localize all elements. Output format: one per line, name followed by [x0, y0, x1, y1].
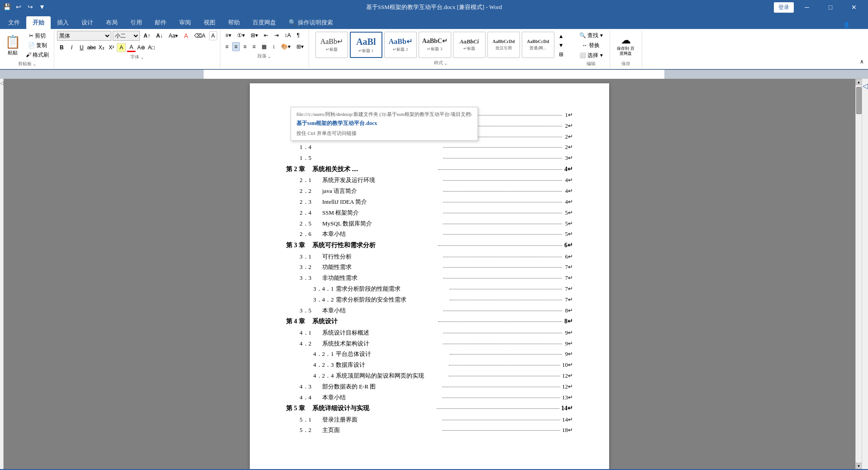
style-heading2[interactable]: AaBb↵ ↵标题 2 [384, 32, 417, 58]
sort-button[interactable]: ↕A [282, 31, 293, 40]
save-to-baidu-button[interactable]: ☁ 保存到 百度网盘 [613, 32, 639, 58]
toc-dots [443, 202, 562, 202]
styles-scroll-up[interactable]: ▲ [556, 32, 566, 41]
styles-scroll-down[interactable]: ▼ [556, 41, 566, 50]
bullet-list-button[interactable]: ≡▾ [223, 31, 234, 40]
find-button[interactable]: 🔍 查找 ▾ [575, 31, 607, 40]
toc-title: 系统详细设计与实现 [312, 403, 435, 413]
style-normal[interactable]: AaBb↵ ↵标题 [315, 32, 348, 58]
toc-entry-3-5: 3．5 本章小结 8↵ [286, 306, 573, 316]
toc-number: 3．1 [300, 252, 322, 262]
bold-button[interactable]: B [57, 43, 66, 52]
font-grow-button[interactable]: A↑ [141, 31, 153, 40]
expand-icon[interactable]: ⌄ [444, 61, 448, 66]
tab-layout[interactable]: 布局 [100, 16, 124, 29]
tab-references[interactable]: 引用 [124, 16, 148, 29]
minimize-button[interactable]: ─ [796, 0, 817, 14]
scrollbar-up-button[interactable]: ▲ [856, 79, 862, 85]
paste-button[interactable]: 📋 粘贴 [3, 31, 23, 59]
text-highlight-button[interactable]: A [117, 43, 126, 52]
style-normalweb[interactable]: AaBbCcDd 普通(网... [522, 32, 554, 58]
toc-page: 8↵ [564, 317, 573, 326]
cut-button[interactable]: ✂ 剪切 [24, 31, 51, 40]
close-button[interactable]: ✕ [844, 0, 864, 14]
style-heading1[interactable]: AaBl ↵标题 1 [350, 32, 382, 58]
superscript-button[interactable]: X² [107, 43, 116, 52]
align-right-button[interactable]: ≡ [241, 42, 249, 51]
tab-help[interactable]: 帮助 [222, 16, 246, 29]
increase-indent-button[interactable]: ⇥ [272, 31, 281, 40]
replace-button[interactable]: ↔ 替换 [575, 41, 607, 50]
toc-dots [443, 158, 562, 158]
expand-icon[interactable]: ⌄ [33, 62, 36, 67]
style-comment[interactable]: AaBbCcDd 批注引用 [487, 32, 520, 58]
change-case-button[interactable]: Aa▾ [167, 31, 181, 40]
tab-mailings[interactable]: 邮件 [148, 16, 173, 29]
style-heading3[interactable]: AaBbC↵ ↵标题 3 [419, 32, 451, 58]
expand-icon[interactable]: ⌄ [140, 55, 144, 60]
customize-qa-button[interactable]: ▼ [37, 2, 47, 12]
tooltip-filename[interactable]: 基于ssm框架的教学互动平台.docx [296, 120, 472, 127]
char-border-button[interactable]: A□ [147, 43, 156, 52]
restore-button[interactable]: □ [820, 0, 841, 14]
align-left-button[interactable]: ≡ [223, 42, 231, 51]
toc-title: 系统设计 [312, 317, 436, 326]
toc-title: 平台总体设计 [336, 350, 448, 359]
tab-home[interactable]: 开始 [26, 16, 51, 29]
font-shrink-button[interactable]: A↓ [154, 31, 165, 40]
clear-format-button[interactable]: ⌫A [192, 31, 208, 40]
style-subtitle[interactable]: AaBbCi ↵标题 [453, 32, 486, 58]
toc-title: 系统相关技术 .... [312, 164, 436, 174]
save-button[interactable]: 💾 [2, 2, 12, 12]
styles-expand[interactable]: ⊞ [556, 50, 566, 59]
show-marks-button[interactable]: ¶ [295, 31, 302, 40]
char-shading-button[interactable]: A⊕ [137, 43, 146, 52]
toc-entry-3-1: 3．1 可行性分析 6↵ [286, 252, 573, 262]
align-center-button[interactable]: ≡ [232, 42, 240, 51]
login-button[interactable]: 登录 [774, 2, 794, 13]
redo-button[interactable]: ↪ [25, 2, 35, 12]
shading-button[interactable]: 🎨▾ [279, 42, 293, 51]
toc-dots [443, 180, 562, 181]
font-size-selector[interactable]: 小二 [113, 31, 140, 41]
share-button[interactable]: 👤 共享 [843, 21, 863, 29]
multilevel-list-button[interactable]: ⊞▾ [248, 31, 260, 40]
document-area[interactable]: 1．1 课题背景 1↵ 1．2 国内外的发展现状 2↵ 1．3 [4, 79, 855, 469]
format-brush-button[interactable]: 🖌 格式刷 [24, 50, 51, 59]
tab-review[interactable]: 审阅 [173, 16, 197, 29]
justify-button[interactable]: ≡ [250, 42, 258, 51]
decrease-indent-button[interactable]: ⇤ [262, 31, 271, 40]
toc-page: 8↵ [564, 306, 573, 316]
toc-page: 2↵ [564, 121, 573, 131]
tab-design[interactable]: 设计 [75, 16, 100, 29]
expand-right-icon[interactable]: ◁ [863, 80, 868, 92]
tab-baidu[interactable]: 百度网盘 [246, 16, 282, 29]
subscript-button[interactable]: X₂ [97, 43, 106, 52]
numbered-list-button[interactable]: ①▾ [235, 31, 247, 40]
tab-search[interactable]: 🔍 操作说明搜索 [282, 16, 339, 29]
scrollbar-thumb[interactable] [856, 87, 862, 114]
font-name-selector[interactable]: 黑体 [57, 31, 111, 41]
borders-button[interactable]: ⊞▾ [294, 42, 306, 51]
toc-entry-3-2: 3．2 功能性需求 7↵ [286, 263, 573, 272]
italic-button[interactable]: I [67, 43, 76, 52]
style-heading1-label: ↵标题 1 [358, 48, 373, 54]
underline-button[interactable]: U [77, 43, 86, 52]
strikethrough-button[interactable]: abc [87, 43, 96, 52]
tab-insert[interactable]: 插入 [51, 16, 75, 29]
expand-icon[interactable]: ⌄ [267, 54, 271, 59]
select-button[interactable]: ⬜ 选择 ▾ [575, 51, 607, 60]
tab-file[interactable]: 文件 [2, 16, 26, 29]
document-page: 1．1 课题背景 1↵ 1．2 国内外的发展现状 2↵ 1．3 [250, 83, 609, 469]
tab-view[interactable]: 视图 [197, 16, 222, 29]
columns-button[interactable]: ▦ [259, 42, 269, 51]
undo-button[interactable]: ↩ [14, 2, 24, 12]
font-dialog-button[interactable]: A [209, 31, 217, 40]
text-effects-button[interactable]: A [181, 31, 190, 40]
toc-number: 3．3 [300, 273, 322, 283]
font-color-button[interactable]: A [127, 43, 136, 52]
toc-number: 3．2 [300, 263, 322, 272]
copy-button[interactable]: 📄 复制 [24, 41, 51, 50]
ribbon-collapse-button[interactable]: ∧ [858, 57, 866, 66]
line-spacing-button[interactable]: ↕ [270, 42, 277, 51]
